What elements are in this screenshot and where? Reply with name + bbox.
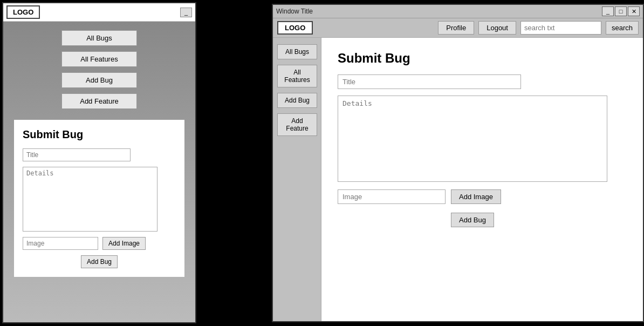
right-submit-bug-btn[interactable]: Add Bug — [451, 213, 494, 227]
left-logo: LOGO — [6, 5, 40, 19]
left-details-textarea[interactable] — [23, 167, 157, 232]
right-form-title: Submit Bug — [338, 51, 627, 66]
right-submit-row: Add Bug — [338, 213, 607, 227]
left-form: Submit Bug Add Image Add Bug — [14, 120, 184, 277]
left-image-row: Add Image — [23, 237, 176, 250]
all-bugs-btn-left[interactable]: All Bugs — [61, 30, 137, 46]
right-details-textarea[interactable] — [338, 96, 607, 182]
add-bug-nav-btn-left[interactable]: Add Bug — [61, 72, 137, 88]
right-main: Submit Bug Add Image Add Bug — [321, 38, 643, 321]
right-title-input[interactable] — [338, 74, 521, 89]
right-restore-btn[interactable]: □ — [615, 6, 627, 16]
right-image-input[interactable] — [338, 189, 446, 204]
left-submit-bug-btn[interactable]: Add Bug — [81, 255, 118, 268]
search-btn[interactable]: search — [606, 21, 639, 35]
right-window-title: Window Title — [276, 8, 313, 15]
profile-btn[interactable]: Profile — [438, 21, 474, 35]
right-image-row: Add Image — [338, 189, 627, 204]
all-features-btn-right[interactable]: All Features — [277, 65, 317, 87]
left-title-input[interactable] — [23, 148, 131, 161]
add-feature-nav-btn-left[interactable]: Add Feature — [61, 93, 137, 109]
left-add-image-btn[interactable]: Add Image — [102, 237, 146, 250]
left-form-title: Submit Bug — [23, 128, 176, 141]
all-features-btn-left[interactable]: All Features — [61, 51, 137, 67]
left-sidebar: All Bugs All Features Add Bug Add Featur… — [3, 22, 195, 114]
right-close-btn[interactable]: ✕ — [628, 6, 640, 16]
add-bug-nav-btn-right[interactable]: Add Bug — [277, 93, 317, 108]
right-sidebar: All Bugs All Features Add Bug Add Featur… — [273, 38, 321, 321]
right-body: All Bugs All Features Add Bug Add Featur… — [273, 38, 643, 321]
left-titlebar: LOGO _ — [3, 3, 195, 22]
left-window: LOGO _ All Bugs All Features Add Bug Add… — [2, 2, 196, 323]
all-bugs-btn-right[interactable]: All Bugs — [277, 44, 317, 59]
right-add-image-btn[interactable]: Add Image — [451, 189, 501, 204]
left-image-input[interactable] — [23, 237, 98, 250]
right-titlebar: Window Title _ □ ✕ — [273, 5, 643, 18]
left-submit-row: Add Bug — [23, 255, 176, 268]
right-logo: LOGO — [277, 21, 313, 35]
right-navbar: LOGO Profile Logout search — [273, 18, 643, 38]
right-minimize-btn[interactable]: _ — [602, 6, 614, 16]
add-feature-nav-btn-right[interactable]: Add Feature — [277, 113, 317, 136]
left-titlebar-controls: _ — [180, 8, 192, 17]
right-window-controls: _ □ ✕ — [602, 6, 640, 16]
left-minimize-btn[interactable]: _ — [180, 8, 192, 17]
logout-btn[interactable]: Logout — [478, 21, 516, 35]
left-body: All Bugs All Features Add Bug Add Featur… — [3, 22, 195, 322]
search-input[interactable] — [520, 21, 601, 35]
right-window: Window Title _ □ ✕ LOGO Profile Logout s… — [272, 4, 644, 322]
